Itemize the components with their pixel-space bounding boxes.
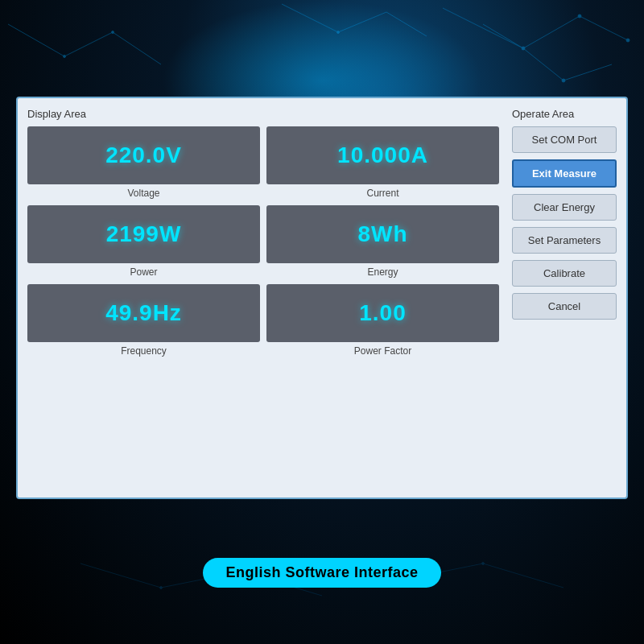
clear-energy-button[interactable]: Clear Energy xyxy=(512,194,617,221)
power-factor-value: 1.00 xyxy=(359,300,407,326)
cancel-button[interactable]: Cancel xyxy=(512,293,617,320)
svg-line-4 xyxy=(564,64,612,80)
calibrate-button[interactable]: Calibrate xyxy=(512,260,617,287)
exit-measure-button[interactable]: Exit Measure xyxy=(512,159,617,188)
operate-buttons: Set COM Port Exit Measure Clear Energy S… xyxy=(512,126,617,320)
app-window: Display Area 220.0V Voltage 10.000A Curr… xyxy=(16,97,628,499)
power-factor-label: Power Factor xyxy=(354,345,411,357)
bottom-label: English Software Interface xyxy=(203,558,440,588)
display-area: Display Area 220.0V Voltage 10.000A Curr… xyxy=(27,108,499,472)
energy-display: 8Wh xyxy=(266,205,499,263)
set-com-port-button[interactable]: Set COM Port xyxy=(512,126,617,153)
svg-point-8 xyxy=(562,79,565,82)
set-parameters-button[interactable]: Set Parameters xyxy=(512,227,617,254)
current-display: 10.000A xyxy=(266,126,499,184)
svg-point-7 xyxy=(578,14,581,18)
display-area-label: Display Area xyxy=(27,108,499,120)
svg-point-17 xyxy=(64,56,66,58)
voltage-value: 220.0V xyxy=(105,142,182,168)
voltage-label: Voltage xyxy=(127,188,159,199)
energy-cell: 8Wh Energy xyxy=(266,205,499,278)
metrics-grid: 220.0V Voltage 10.000A Current 2199W xyxy=(27,126,499,357)
power-display: 2199W xyxy=(27,205,260,263)
svg-point-9 xyxy=(626,39,630,42)
power-factor-display: 1.00 xyxy=(266,284,499,342)
energy-label: Energy xyxy=(367,266,398,278)
energy-value: 8Wh xyxy=(357,221,407,247)
voltage-display: 220.0V xyxy=(27,126,260,184)
bottom-label-container: English Software Interface xyxy=(0,558,644,588)
power-label: Power xyxy=(130,266,157,278)
frequency-display: 49.9Hz xyxy=(27,284,260,342)
power-factor-cell: 1.00 Power Factor xyxy=(266,284,499,357)
frequency-value: 49.9Hz xyxy=(105,300,182,326)
operate-area: Operate Area Set COM Port Exit Measure C… xyxy=(512,108,617,472)
frequency-label: Frequency xyxy=(121,345,167,357)
svg-line-2 xyxy=(580,16,628,40)
voltage-cell: 220.0V Voltage xyxy=(27,126,260,199)
frequency-cell: 49.9Hz Frequency xyxy=(27,284,260,357)
current-cell: 10.000A Current xyxy=(266,126,499,199)
svg-line-14 xyxy=(8,24,64,56)
current-label: Current xyxy=(366,188,398,199)
operate-area-label: Operate Area xyxy=(512,108,617,120)
power-value: 2199W xyxy=(106,221,182,247)
current-value: 10.000A xyxy=(337,142,428,168)
power-cell: 2199W Power xyxy=(27,205,260,278)
